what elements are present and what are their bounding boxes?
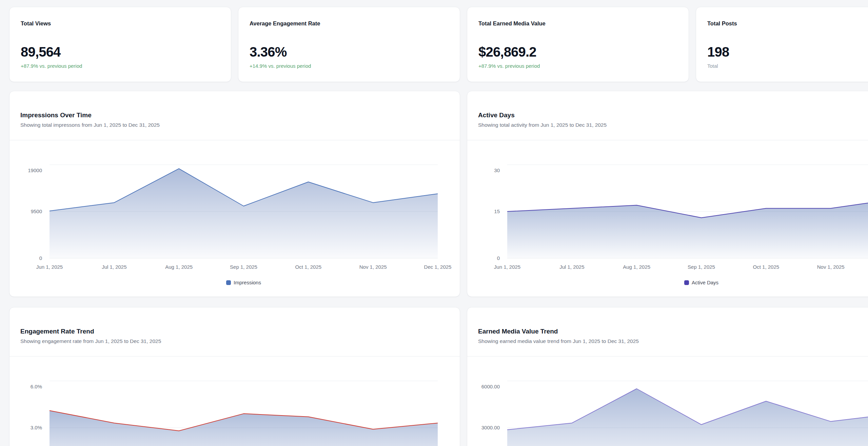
- chart-area-svg[interactable]: [507, 165, 868, 258]
- chart-subtitle: Showing total impressons from Jun 1, 202…: [20, 121, 449, 129]
- chart-area-svg[interactable]: [50, 165, 438, 258]
- legend-label: Impressions: [234, 279, 261, 286]
- chart-subtitle: Showing engagement rate from Jun 1, 2025…: [20, 337, 449, 345]
- stat-card-total-views: Total Views 89,564 +87.9% vs. previous p…: [9, 7, 231, 82]
- stat-card-title: Total Earned Media Value: [478, 19, 677, 27]
- chart-plot-engagement-rate[interactable]: 6.0%3.0%: [9, 357, 460, 446]
- area-fill: [507, 199, 868, 258]
- x-axis-tick-label: Oct 1, 2025: [741, 264, 791, 270]
- x-axis-tick-label: Aug 1, 2025: [611, 264, 662, 270]
- stat-card-change: +87.9% vs. previous period: [21, 63, 220, 69]
- x-axis-tick-label: Sep 1, 2025: [218, 264, 269, 270]
- stat-card-total-earned-media-value: Total Earned Media Value $26,869.2 +87.9…: [467, 7, 689, 82]
- chart-card-engagement-rate-trend: Engagement Rate Trend Showing engagement…: [9, 307, 460, 446]
- chart-plot-impressions[interactable]: 1900095000Jun 1, 2025Jul 1, 2025Aug 1, 2…: [9, 140, 460, 297]
- y-axis-tick-label: 3000.00: [467, 424, 500, 431]
- chart-title: Active Days: [478, 111, 868, 120]
- legend-swatch-icon: [226, 280, 231, 285]
- chart-title: Earned Media Value Trend: [478, 327, 868, 336]
- chart-legend: Impressions: [50, 279, 438, 286]
- charts-row-1: Impressions Over Time Showing total impr…: [9, 91, 868, 297]
- y-axis-tick-label: 30: [467, 167, 500, 174]
- area-fill: [50, 410, 438, 446]
- stat-card-value: 89,564: [21, 44, 220, 59]
- stat-card-title: Average Engagement Rate: [250, 19, 449, 27]
- y-axis-tick-label: 19000: [9, 167, 42, 174]
- y-axis-tick-label: 0: [9, 255, 42, 262]
- stat-card-change: +14.9% vs. previous period: [250, 63, 449, 69]
- x-axis-tick-label: Jun 1, 2025: [24, 264, 75, 270]
- x-axis-tick-label: Nov 1, 2025: [348, 264, 398, 270]
- area-fill: [507, 389, 868, 446]
- stat-card-value: 3.36%: [250, 44, 449, 59]
- chart-subtitle: Showing earned media value trend from Ju…: [478, 337, 868, 345]
- y-axis-tick-label: 3.0%: [9, 424, 42, 431]
- legend-label: Active Days: [692, 279, 718, 286]
- x-axis-tick-label: Jun 1, 2025: [482, 264, 533, 270]
- stat-card-total-posts: Total Posts 198 Total: [696, 7, 868, 82]
- chart-title: Impressions Over Time: [20, 111, 449, 120]
- y-axis-tick-label: 6000.00: [467, 383, 500, 390]
- chart-area-svg[interactable]: [507, 381, 868, 446]
- x-axis-tick-label: Dec 1, 2025: [412, 264, 460, 270]
- x-axis-tick-label: Aug 1, 2025: [154, 264, 204, 270]
- chart-legend: Active Days: [507, 279, 868, 286]
- chart-card-earned-media-value-trend: Earned Media Value Trend Showing earned …: [467, 307, 868, 446]
- x-axis-tick-label: Jul 1, 2025: [89, 264, 140, 270]
- chart-plot-active-days[interactable]: 30150Jun 1, 2025Jul 1, 2025Aug 1, 2025Se…: [467, 140, 868, 297]
- stat-card-change: +87.9% vs. previous period: [478, 63, 677, 69]
- x-axis-tick-label: Sep 1, 2025: [676, 264, 727, 270]
- chart-title: Engagement Rate Trend: [20, 327, 449, 336]
- chart-subtitle: Showing total activity from Jun 1, 2025 …: [478, 121, 868, 129]
- x-axis-tick-label: Nov 1, 2025: [805, 264, 856, 270]
- x-axis-tick-label: Oct 1, 2025: [283, 264, 334, 270]
- stat-cards-row: Total Views 89,564 +87.9% vs. previous p…: [9, 7, 868, 82]
- chart-header: Earned Media Value Trend Showing earned …: [467, 307, 868, 345]
- area-fill: [50, 169, 438, 258]
- y-axis-tick-label: 9500: [9, 208, 42, 215]
- analytics-dashboard: { "page": { "background": "#f5f6f8", "ca…: [0, 0, 868, 446]
- chart-header: Impressions Over Time Showing total impr…: [9, 91, 460, 129]
- legend-swatch-icon: [684, 280, 689, 285]
- y-axis-tick-label: 0: [467, 255, 500, 262]
- chart-card-impressions-over-time: Impressions Over Time Showing total impr…: [9, 91, 460, 297]
- dashboard-page: Total Views 89,564 +87.9% vs. previous p…: [9, 7, 868, 446]
- chart-card-active-days: Active Days Showing total activity from …: [467, 91, 868, 297]
- chart-header: Engagement Rate Trend Showing engagement…: [9, 307, 460, 345]
- y-axis-tick-label: 6.0%: [9, 383, 42, 390]
- chart-area-svg[interactable]: [50, 381, 438, 446]
- stat-card-title: Total Views: [21, 19, 220, 27]
- stat-card-title: Total Posts: [707, 19, 868, 27]
- stat-card-value: $26,869.2: [478, 44, 677, 59]
- stat-card-average-engagement-rate: Average Engagement Rate 3.36% +14.9% vs.…: [238, 7, 460, 82]
- y-axis-tick-label: 15: [467, 208, 500, 215]
- stat-card-value: 198: [707, 44, 868, 59]
- chart-plot-earned-media-value[interactable]: 6000.003000.00: [467, 357, 868, 446]
- x-axis-tick-label: Jul 1, 2025: [547, 264, 597, 270]
- charts-row-2: Engagement Rate Trend Showing engagement…: [9, 307, 868, 446]
- chart-header: Active Days Showing total activity from …: [467, 91, 868, 129]
- stat-card-change: Total: [707, 63, 868, 69]
